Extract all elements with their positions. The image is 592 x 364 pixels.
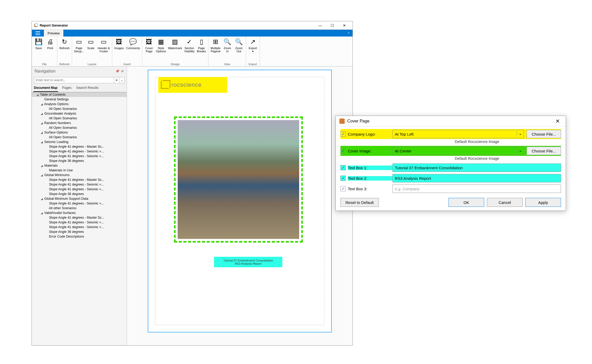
tab-search-results[interactable]: Search Results	[76, 85, 99, 92]
save-button[interactable]: 💾Save	[33, 37, 44, 63]
text-box-3-label: Text Box 3:	[348, 187, 392, 191]
export-button[interactable]: ↗Export ▾	[247, 37, 259, 63]
text-box-3-checkbox[interactable]: ✓	[340, 186, 346, 191]
pin-icon[interactable]: 📌	[115, 69, 119, 73]
tree-row[interactable]: Slope Angle 36 degrees	[32, 158, 127, 163]
tree-row[interactable]: ◢ Materials	[32, 163, 127, 168]
tree-row[interactable]: ◢ Surface Options	[32, 130, 127, 135]
cancel-button[interactable]: Cancel	[487, 198, 523, 207]
print-button[interactable]: 🖨Print	[44, 37, 56, 63]
tree-row[interactable]: Slope Angle 41 degrees - Seismic =...	[32, 182, 127, 187]
preview-pane[interactable]: rocscience Tutorial 07 Embankment Consol…	[127, 66, 353, 345]
page-setup-button[interactable]: ▭Page Setup...	[73, 37, 85, 63]
reset-to-default-button[interactable]: Reset to Default	[340, 198, 379, 207]
text-box-1-input[interactable]	[395, 166, 559, 170]
cover-page-button[interactable]: 🖼Cover Page	[143, 37, 155, 63]
section-visibility-button[interactable]: ✓Section Visibility	[183, 37, 196, 63]
tree-row[interactable]: All Open Scenarios	[32, 116, 127, 121]
watermark-button[interactable]: ▨Watermark	[167, 37, 183, 63]
tree-row[interactable]: All Open Scenarios	[32, 135, 127, 140]
tab-preview[interactable]: Preview	[44, 30, 63, 37]
ok-button[interactable]: OK	[448, 198, 484, 207]
tree-row[interactable]: All other Scenarios	[32, 206, 127, 211]
page-breaks-button[interactable]: ▯Page Breaks	[196, 37, 207, 63]
tree-row[interactable]: Slope Angle 41 degrees - Seismic =...	[32, 225, 127, 229]
tree-row[interactable]: Slope Angle 41 degrees - Master Sc...	[32, 177, 127, 182]
tree-label: All other Scenarios	[48, 206, 76, 210]
tree-row[interactable]: Slope Angle 41 degrees - Seismic =...	[32, 201, 127, 206]
tree-row[interactable]: Slope Angle 41 degrees - Seismic =...	[32, 149, 127, 154]
tree-row[interactable]: Materials In Use	[32, 168, 127, 173]
tree-row[interactable]: ◢ Global Minimums	[32, 173, 127, 177]
multiple-pages-button[interactable]: ⊞Multiple Pages▾	[210, 37, 222, 63]
refresh-button[interactable]: ↻Refresh	[58, 37, 71, 63]
apply-button[interactable]: Apply	[525, 198, 561, 207]
ribbon-group: 🖼Images💬CommentsInsert	[112, 37, 142, 66]
tree-row[interactable]: Slope Angle 36 degrees	[32, 229, 127, 234]
cover-image-choose-file-button[interactable]: Choose File...	[527, 147, 561, 155]
tree-row[interactable]: Slope Angle 41 degrees - Master Sc...	[32, 144, 127, 149]
svg-rect-1	[35, 24, 38, 26]
scale-button[interactable]: ▭Scale	[85, 37, 96, 63]
clear-search-button[interactable]: ✕	[114, 77, 119, 83]
dialog-close-button[interactable]: ✕	[553, 117, 562, 125]
close-button[interactable]: ✕	[338, 22, 350, 29]
tree-row[interactable]: ◢ Table of Contents	[32, 92, 127, 97]
style-options-button[interactable]: ▦Style Options	[155, 37, 167, 63]
section-visibility-button-icon: ✓	[185, 38, 193, 46]
tree-row[interactable]: Error Code Descriptions	[32, 234, 127, 239]
images-button[interactable]: 🖼Images	[113, 37, 125, 63]
text-box-1-row: ✓ Text Box 1:	[340, 163, 561, 173]
header-footer-button[interactable]: ▭Header & Footer	[96, 37, 111, 63]
tree-row[interactable]: All Open Scenarios	[32, 125, 127, 130]
maximize-button[interactable]: ☐	[326, 22, 338, 29]
tree-row[interactable]: ◢ Seismic Loading	[32, 140, 127, 144]
tab-document-map[interactable]: Document Map	[33, 85, 58, 92]
company-logo-checkbox[interactable]: ✓	[340, 131, 346, 137]
comments-button[interactable]: 💬Comments	[125, 37, 141, 63]
company-logo-position-select[interactable]: At Top Left	[392, 130, 524, 138]
zoom-out-button[interactable]: 🔍Zoom Out	[233, 37, 245, 63]
tree-row[interactable]: Slope Angle 41 degrees - Master Sc...	[32, 215, 127, 220]
zoom-in-button[interactable]: 🔍Zoom In	[222, 37, 233, 63]
text-box-2-input[interactable]	[395, 176, 559, 181]
tree-label: Slope Angle 36 degrees	[48, 230, 84, 234]
collapse-ribbon-button[interactable]: ^	[345, 30, 353, 37]
tree-row[interactable]: ◢ Global Minimum Support Data	[32, 196, 127, 201]
panel-close-button[interactable]: ✕	[121, 69, 124, 73]
page-breaks-button-icon: ▯	[197, 38, 206, 46]
text-box-2-checkbox[interactable]: ✓	[340, 176, 346, 181]
comments-button-label: Comments	[126, 47, 140, 50]
cover-image-highlight	[174, 116, 303, 243]
ribbon-group-label: Refresh	[57, 63, 72, 66]
search-input[interactable]	[34, 77, 114, 83]
tree-row[interactable]: Slope Angle 41 degrees - Seismic =...	[32, 220, 127, 225]
text-box-3-field	[392, 184, 561, 193]
search-dropdown-button[interactable]: ⌄	[119, 77, 125, 83]
text-box-3-input[interactable]	[395, 187, 559, 191]
dialog-footer: Reset to Default OK Cancel Apply	[336, 195, 566, 211]
tree-row[interactable]: Slope Angle 36 degrees	[32, 192, 127, 196]
tab-pages[interactable]: Pages	[62, 85, 72, 92]
tree-row[interactable]: All Open Scenarios	[32, 106, 127, 111]
document-tree[interactable]: ◢ Table of Contents General Settings◢ An…	[32, 92, 127, 345]
tree-row[interactable]: ◢ Groundwater Analysis	[32, 111, 127, 116]
file-menu-button[interactable]	[32, 30, 44, 37]
tree-label: Slope Angle 41 degrees - Seismic =...	[48, 202, 104, 205]
tree-row[interactable]: ◢ Random Numbers	[32, 121, 127, 125]
tree-row[interactable]: Slope Angle 41 degrees - Seismic =...	[32, 154, 127, 158]
tree-row[interactable]: ◢ Valid/Invalid Surfaces	[32, 211, 127, 215]
preview-text-1: Tutorial 07 Embankment Consolidation	[217, 259, 279, 262]
tree-row[interactable]: Slope Angle 41 degrees - Seismic =...	[32, 187, 127, 192]
minimize-button[interactable]: —	[314, 22, 326, 29]
text-box-1-checkbox[interactable]: ✓	[340, 165, 346, 170]
dialog-title: Cover Page	[347, 119, 553, 124]
company-logo-choose-file-button[interactable]: Choose File...	[527, 130, 561, 138]
cover-image-position-select[interactable]: At Center	[392, 147, 524, 155]
cover-image-checkbox[interactable]: ✓	[340, 148, 346, 153]
tree-label: Slope Angle 41 degrees - Seismic =...	[48, 150, 104, 153]
tree-row[interactable]: General Settings	[32, 97, 127, 102]
ribbon-group-label: Insert	[112, 63, 142, 66]
tree-row[interactable]: ◢ Analysis Options	[32, 102, 127, 106]
zoom-in-button-label: Zoom In	[224, 47, 231, 53]
